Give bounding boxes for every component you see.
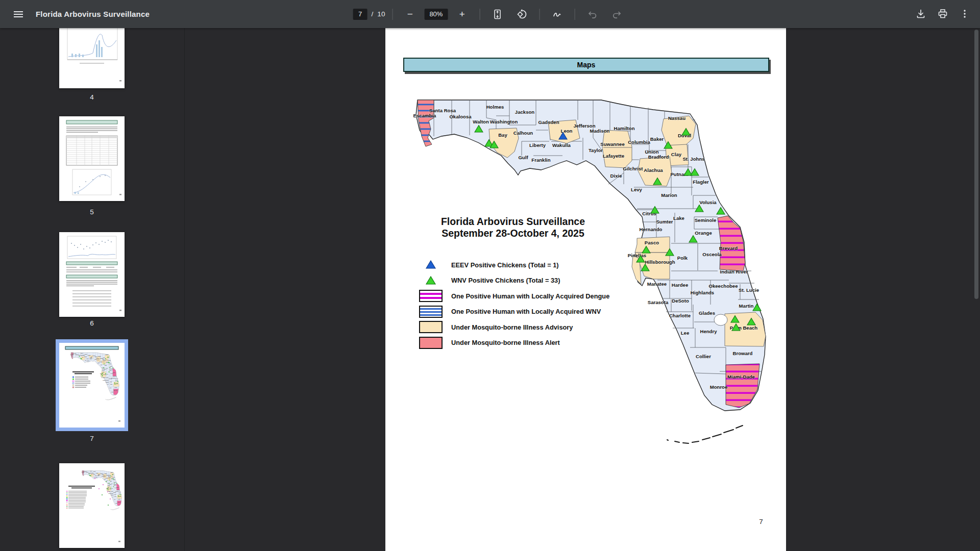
thumbnail-page-4-label: 4 — [59, 93, 125, 101]
print-icon — [937, 8, 948, 19]
download-icon — [915, 8, 926, 19]
redo-icon — [611, 9, 622, 20]
page-total: 10 — [377, 10, 385, 18]
thumbnail-page-6[interactable] — [59, 232, 125, 317]
page-4-preview — [59, 28, 125, 88]
thumbnail-page-5[interactable] — [59, 116, 125, 201]
page-number-input[interactable] — [353, 9, 368, 20]
toolbar-divider — [539, 9, 540, 20]
menu-button[interactable] — [8, 4, 29, 24]
viewer-scrollbar[interactable] — [974, 30, 978, 299]
pen-squiggle-icon — [551, 9, 562, 20]
toolbar-divider — [479, 9, 480, 20]
pdf-page-number: 7 — [751, 518, 771, 525]
page-separator: / — [372, 10, 374, 18]
rotate-button[interactable] — [511, 4, 532, 24]
minus-icon: − — [407, 9, 413, 20]
redo-button[interactable] — [606, 4, 627, 24]
fit-page-icon — [492, 9, 503, 20]
zoom-level[interactable]: 80% — [424, 9, 448, 20]
pdf-page-7: Maps Florida Arbovirus Surveillance Sept… — [385, 28, 786, 551]
page-7-preview — [59, 343, 125, 428]
hamburger-icon — [13, 9, 23, 19]
toolbar-divider — [574, 9, 575, 20]
thumbnail-page-7[interactable] — [59, 343, 125, 428]
download-button[interactable] — [911, 4, 931, 24]
plus-icon: + — [459, 9, 465, 20]
document-title: Florida Arbovirus Surveillance — [36, 10, 150, 18]
florida-map-canvas — [413, 89, 776, 452]
undo-button[interactable] — [582, 4, 602, 24]
thumbnail-page-7-label: 7 — [59, 435, 125, 442]
page-6-preview — [59, 232, 125, 317]
thumbnail-page-8[interactable] — [59, 463, 125, 548]
thumbnail-page-4[interactable] — [59, 28, 125, 88]
section-header-maps: Maps — [403, 58, 769, 72]
page-5-preview — [59, 116, 125, 201]
zoom-out-button[interactable]: − — [400, 4, 420, 24]
thumbnail-sidebar: 4 5 — [0, 28, 185, 551]
undo-icon — [586, 9, 598, 20]
toolbar-divider — [392, 9, 393, 20]
annotate-button[interactable] — [547, 4, 567, 24]
pdf-toolbar: Florida Arbovirus Surveillance / 10 − 80… — [0, 0, 980, 28]
thumbnail-page-5-label: 5 — [59, 208, 125, 216]
zoom-in-button[interactable]: + — [452, 4, 472, 24]
more-options-button[interactable] — [954, 4, 975, 24]
thumbnail-page-6-label: 6 — [59, 319, 125, 327]
kebab-menu-icon — [960, 9, 970, 19]
page-8-preview — [59, 463, 125, 548]
print-button[interactable] — [933, 4, 953, 24]
fit-to-page-button[interactable] — [487, 4, 507, 24]
rotate-counterclockwise-icon — [516, 9, 527, 20]
